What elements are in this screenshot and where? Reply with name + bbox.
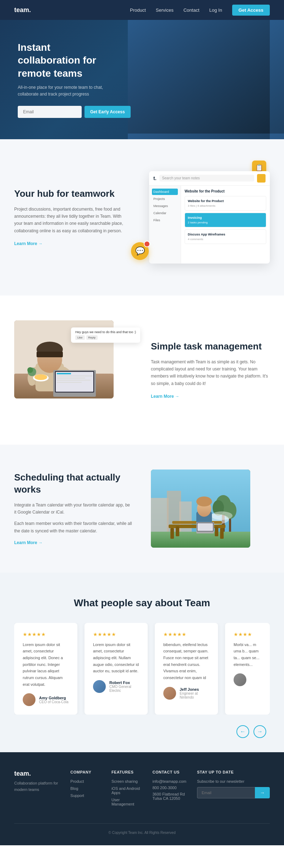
nav-link-services[interactable]: Services [156, 7, 174, 13]
hub-learn-more[interactable]: Learn More [14, 241, 43, 246]
hero-section: Instant collaboration for remote teams A… [0, 20, 284, 139]
nav-link-product[interactable]: Product [130, 7, 146, 13]
testimonial-text-3: Morbi va... m uma b... quam ta... quam s… [234, 641, 261, 668]
mockup-sidebar-projects[interactable]: Projects [152, 196, 178, 202]
svg-rect-22 [259, 105, 270, 119]
author-avatar-1 [93, 680, 106, 693]
svg-rect-38 [57, 373, 71, 374]
svg-rect-39 [57, 375, 92, 376]
mockup-body: Dashboard Projects Messages Calendar Fil… [149, 186, 270, 264]
footer-copyright: © Copyright Team Inc. All Rights Reserve… [109, 831, 176, 835]
nav-get-access-button[interactable]: Get Access [232, 5, 270, 16]
footer-features: FEATURES Screen sharing iOS and Android … [111, 770, 142, 809]
mockup-sidebar-dashboard[interactable]: Dashboard [152, 189, 178, 195]
author-avatar-3 [234, 673, 246, 686]
author-name-1: Robert Fox [109, 680, 139, 685]
mockup-card-0: Website for the Product 3 files | 6 atta… [185, 196, 266, 211]
footer-logo: team. [14, 770, 60, 777]
footer-link-screensharing[interactable]: Screen sharing [111, 779, 142, 783]
testimonial-author-2: Jeff Jones Engineer at Nintendo [163, 687, 209, 700]
next-arrow[interactable]: → [253, 725, 266, 738]
hub-visual: 📋 t. Search your team notes Dashboard Pr… [138, 164, 270, 271]
hub-heading: Your hub for teamwork [14, 188, 124, 200]
svg-point-11 [235, 70, 239, 75]
footer-link-blog[interactable]: Blog [70, 786, 101, 791]
task-section: Hey guys we need to do this and that too… [0, 295, 284, 445]
subscribe-email-input[interactable] [197, 787, 255, 798]
testimonial-text-1: Lorem ipsum dolor sit amet, consectetur … [93, 641, 139, 674]
svg-point-24 [253, 94, 266, 109]
footer-bottom: © Copyright Team Inc. All Rights Reserve… [14, 823, 270, 835]
svg-rect-3 [169, 27, 195, 73]
svg-point-9 [212, 43, 249, 68]
svg-point-6 [199, 84, 263, 134]
task-text: Simple task management Task management w… [151, 341, 270, 399]
svg-rect-26 [254, 112, 260, 116]
svg-rect-62 [220, 528, 224, 539]
nav-link-login[interactable]: Log In [209, 7, 222, 13]
schedule-section: Scheduling that actually works Integrate… [0, 445, 284, 573]
hero-subtext: All-in-one place for your remote team to… [18, 84, 114, 98]
hub-section: Your hub for teamwork Project discussion… [0, 139, 284, 295]
footer-link-product[interactable]: Product [70, 779, 101, 783]
mockup-card-1: Invoicing 2 tasks pending [185, 213, 266, 227]
mockup-sidebar-calendar[interactable]: Calendar [152, 210, 178, 216]
subscribe-submit-button[interactable]: → [255, 787, 270, 798]
footer-grid: team. Collaboration platform for modern … [14, 770, 270, 809]
testimonial-author-3 [234, 673, 261, 686]
email-input[interactable] [18, 106, 82, 118]
author-name-2: Jeff Jones [180, 687, 209, 691]
svg-rect-71 [197, 523, 213, 531]
svg-rect-14 [204, 107, 257, 134]
footer-subscribe-heading: STAY UP TO DATE [197, 770, 270, 774]
svg-rect-58 [151, 532, 250, 548]
svg-rect-41 [57, 380, 91, 381]
svg-rect-40 [57, 378, 85, 379]
task-learn-more[interactable]: Learn More [151, 394, 179, 399]
author-title-2: Engineer at Nintendo [180, 691, 209, 699]
schedule-learn-more[interactable]: Learn More [14, 540, 133, 545]
task-overlay-like[interactable]: Like [75, 335, 85, 340]
hero-content: Instant collaboration for remote teams A… [0, 20, 128, 139]
svg-point-8 [213, 51, 248, 92]
mockup-logo: t. [153, 175, 157, 181]
footer-link-usermgmt[interactable]: User Management [111, 798, 142, 806]
svg-rect-2 [138, 27, 165, 73]
nav-link-contact[interactable]: Contact [184, 7, 200, 13]
task-overlay-reply[interactable]: Reply [86, 335, 98, 340]
svg-rect-5 [169, 77, 195, 123]
testimonial-stars-0: ★★★★★ [23, 631, 69, 637]
hero-visual [128, 20, 284, 139]
svg-rect-0 [128, 20, 284, 134]
svg-rect-19 [208, 116, 244, 117]
svg-point-10 [222, 70, 226, 75]
svg-point-23 [256, 87, 273, 109]
prev-arrow[interactable]: ← [236, 725, 249, 738]
mockup-sidebar-messages[interactable]: Messages [152, 203, 178, 209]
footer-subscribe-subtext: Subscribe to our newsletter [197, 779, 270, 783]
testimonial-text-0: Lorem ipsum dolor sit amet, consectetur … [23, 641, 69, 688]
schedule-visual [151, 470, 270, 548]
mockup-card-sub-2: 4 comments [188, 238, 263, 241]
svg-point-57 [211, 511, 233, 520]
get-early-access-button[interactable]: Get Early Access [84, 106, 131, 118]
footer-link-apps[interactable]: iOS and Android Apps [111, 786, 142, 795]
svg-rect-61 [170, 528, 174, 539]
mockup-search: Search your team notes [159, 175, 254, 181]
footer-company-heading: COMPANY [70, 770, 101, 774]
testimonial-stars-3: ★★★★ [234, 631, 261, 637]
svg-rect-15 [206, 108, 256, 134]
hero-form: Get Early Access [18, 106, 114, 118]
svg-rect-4 [138, 77, 165, 123]
mockup-sidebar-files[interactable]: Files [152, 217, 178, 223]
hub-text: Your hub for teamwork Project discussion… [14, 188, 124, 246]
footer-subscribe: STAY UP TO DATE Subscribe to our newslet… [197, 770, 270, 809]
footer-link-support[interactable]: Support [70, 793, 101, 798]
hero-photo [128, 20, 284, 139]
schedule-heading: Scheduling that actually works [14, 472, 133, 496]
mockup-sidebar: Dashboard Projects Messages Calendar Fil… [149, 186, 181, 264]
testimonial-author-1: Robert Fox CMO General Electric [93, 680, 139, 693]
nav-logo: team. [14, 6, 31, 14]
schedule-body2: Each team member works with their favori… [14, 520, 133, 535]
svg-point-25 [264, 94, 275, 108]
